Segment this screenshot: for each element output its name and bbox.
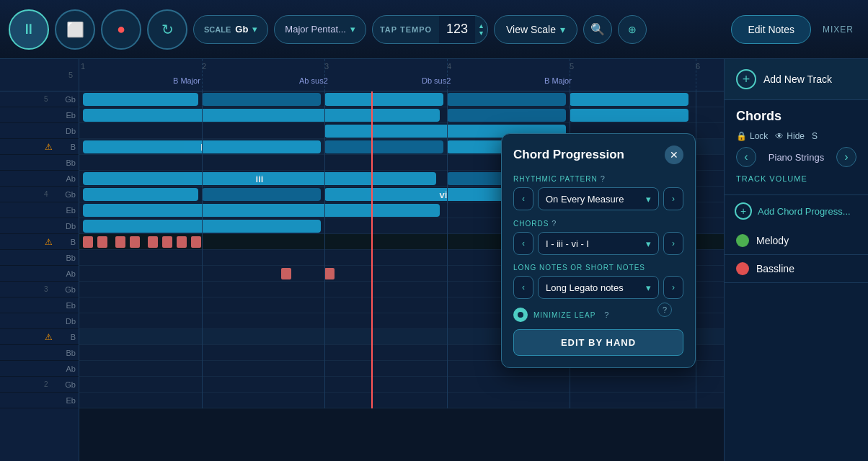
mixer-button[interactable]: MIXER (817, 19, 859, 40)
key-bb3[interactable]: Bb (0, 345, 79, 361)
key-eb3[interactable]: Eb (0, 297, 79, 313)
rhythmic-pattern-select[interactable]: On Every Measure ▾ (538, 187, 659, 210)
note-block[interactable] (447, 93, 566, 106)
hide-button[interactable]: 👁 Hide (775, 131, 805, 141)
melody-name: Melody (756, 235, 789, 246)
perc-block[interactable] (324, 268, 335, 279)
key-gb4[interactable]: 4 Gb (0, 187, 79, 202)
chords-section-label: CHORDS ? (513, 219, 683, 228)
note-block[interactable] (83, 204, 440, 217)
mixer-label: MIXER (823, 24, 854, 35)
note-block[interactable] (570, 93, 688, 106)
key-eb5[interactable]: Eb (0, 107, 79, 123)
scale-key: Gb (235, 24, 248, 35)
tempo-arrows[interactable]: ▲ ▼ (475, 22, 487, 37)
chords-caret: ▾ (646, 238, 651, 249)
grid-row-19[interactable] (79, 393, 724, 408)
note-block-iii[interactable]: iii (83, 172, 436, 185)
popup-close-button[interactable]: ✕ (665, 146, 683, 164)
zoom-in-button[interactable]: ⊕ (618, 15, 647, 44)
chords-row: ‹ I - iii - vi - I ▾ › (513, 232, 683, 255)
toolbar: ⏸ ⬜ ● ↻ SCALE Gb ▾ Major Pentat... ▾ TAP… (0, 0, 868, 59)
note-block[interactable] (83, 188, 198, 201)
track-name: Piano Strings (769, 152, 824, 163)
perc-block[interactable] (191, 236, 201, 248)
tap-tempo-label[interactable]: TAP TEMPO (373, 25, 439, 34)
key-gb5[interactable]: 5 Gb (0, 91, 79, 107)
edit-notes-button[interactable]: Edit Notes (731, 15, 811, 44)
note-block[interactable] (202, 188, 321, 201)
lock-label: Lock (750, 131, 768, 141)
perc-block[interactable] (130, 236, 140, 248)
chord-b-major-1: B Major (173, 76, 200, 85)
note-block[interactable] (202, 93, 321, 106)
long-short-prev[interactable]: ‹ (513, 276, 533, 299)
key-b4[interactable]: ⚠ B (0, 234, 79, 250)
key-gb3[interactable]: 3 Gb (0, 282, 79, 297)
grid-row-18[interactable] (79, 377, 724, 393)
track-next-button[interactable]: › (836, 147, 856, 167)
record-button[interactable]: ● (101, 9, 141, 50)
key-bb5[interactable]: Bb (0, 155, 79, 171)
chords-next[interactable]: › (663, 232, 683, 255)
tempo-value[interactable]: 123 (439, 16, 475, 43)
track-item-melody[interactable]: Melody (725, 227, 868, 255)
rhythmic-pattern-next[interactable]: › (663, 187, 683, 210)
perc-block[interactable] (115, 236, 125, 248)
perc-block[interactable] (177, 236, 187, 248)
tempo-down-icon[interactable]: ▼ (478, 30, 484, 37)
search-icon: 🔍 (590, 22, 605, 36)
note-block[interactable] (83, 93, 198, 106)
grid-row-1[interactable] (79, 107, 724, 123)
key-db4[interactable]: Db (0, 218, 79, 234)
key-ab4[interactable]: Ab (0, 266, 79, 282)
perc-block[interactable] (281, 268, 291, 279)
scale-name-selector[interactable]: Major Pentat... ▾ (274, 15, 366, 44)
loop-button[interactable]: ↻ (147, 9, 187, 50)
lock-button[interactable]: 🔒 Lock (736, 131, 768, 141)
search-button[interactable]: 🔍 (583, 15, 612, 44)
tempo-up-icon[interactable]: ▲ (478, 22, 484, 30)
scale-selector[interactable]: SCALE Gb ▾ (193, 15, 268, 44)
note-block[interactable] (324, 140, 443, 153)
note-block[interactable] (447, 109, 566, 122)
perc-block[interactable] (97, 236, 107, 248)
stop-button[interactable]: ⬜ (55, 9, 95, 50)
rhythmic-pattern-label: RHYTHMIC PATTERN ? (513, 174, 683, 183)
add-chord-progression-button[interactable]: + Add Chord Progress... (725, 195, 868, 227)
key-ab3[interactable]: Ab (0, 361, 79, 377)
note-block[interactable] (570, 109, 688, 122)
perc-block[interactable] (162, 236, 172, 248)
key-bb4[interactable]: Bb (0, 250, 79, 266)
minimize-leap-toggle[interactable] (513, 308, 528, 322)
key-eb4[interactable]: Eb (0, 202, 79, 218)
view-scale-button[interactable]: View Scale ▾ (494, 15, 577, 44)
key-b5[interactable]: ⚠ B (0, 139, 79, 155)
note-block[interactable] (324, 93, 443, 106)
key-db5[interactable]: Db (0, 123, 79, 139)
perc-block[interactable] (83, 236, 93, 248)
chords-section: Chords 🔒 Lock 👁 Hide S ‹ Piano Strings › (725, 100, 868, 195)
extra-button[interactable]: S (812, 131, 818, 141)
grid-row-0[interactable] (79, 91, 724, 107)
add-new-track-button[interactable]: + Add New Track (725, 59, 868, 100)
key-b3[interactable]: ⚠ B (0, 329, 79, 345)
perc-block[interactable] (148, 236, 158, 248)
chords-select[interactable]: I - iii - vi - I ▾ (538, 232, 659, 255)
key-gb2[interactable]: 2 Gb (0, 377, 79, 393)
rhythmic-pattern-prev[interactable]: ‹ (513, 187, 533, 210)
key-db3[interactable]: Db (0, 313, 79, 329)
key-eb2[interactable]: Eb (0, 393, 79, 408)
track-prev-button[interactable]: ‹ (736, 147, 756, 167)
long-short-value: Long Legato notes (546, 282, 624, 293)
chords-title: Chords (736, 109, 856, 124)
track-item-bassline[interactable]: Bassline (725, 255, 868, 283)
key-ab5[interactable]: Ab (0, 171, 79, 187)
edit-by-hand-button[interactable]: EDIT BY HAND (513, 329, 683, 356)
chords-prev[interactable]: ‹ (513, 232, 533, 255)
note-block[interactable] (83, 109, 440, 122)
long-short-next[interactable]: › (663, 276, 683, 299)
long-short-select[interactable]: Long Legato notes ▾ (538, 276, 659, 299)
popup-help-button[interactable]: ? (657, 303, 672, 317)
pause-button[interactable]: ⏸ (9, 9, 49, 50)
